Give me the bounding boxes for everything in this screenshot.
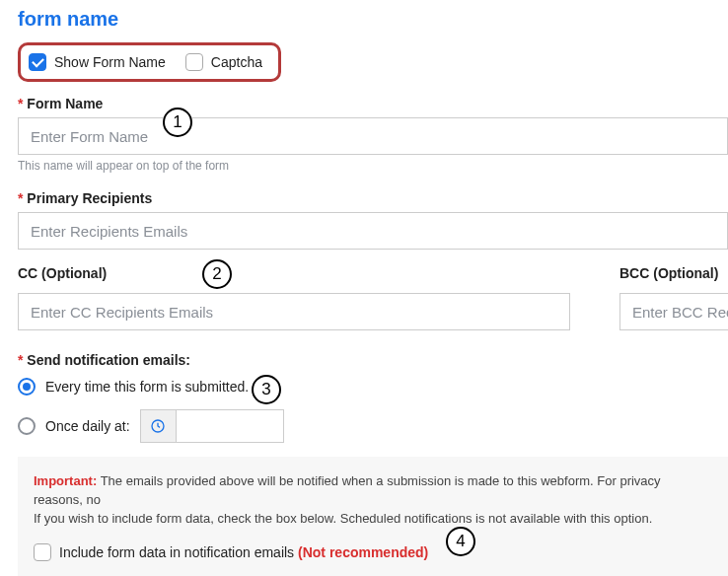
time-input[interactable]	[177, 410, 283, 442]
form-name-label: Form Name	[18, 96, 728, 111]
primary-recipients-input[interactable]	[18, 212, 728, 250]
radio-every-submission[interactable]	[18, 378, 36, 396]
checkbox-icon	[185, 53, 203, 71]
send-notification-label: Send notification emails:	[18, 352, 728, 368]
bcc-input[interactable]	[619, 293, 728, 330]
cc-input[interactable]	[18, 293, 570, 330]
info-important-label: Important:	[34, 473, 97, 488]
info-line2: If you wish to include form data, check …	[34, 511, 652, 526]
radio-every-label: Every time this form is submitted.	[45, 379, 249, 395]
form-name-input[interactable]	[18, 117, 728, 155]
radio-once-daily[interactable]	[18, 417, 36, 435]
callout-marker-3: 3	[252, 375, 281, 404]
checkbox-label: Show Form Name	[54, 54, 166, 70]
primary-recipients-label: Primary Recipients	[18, 190, 728, 206]
checkbox-captcha[interactable]: Captcha	[185, 53, 262, 71]
checkbox-label: Captcha	[211, 54, 262, 70]
form-options-highlight: Show Form Name Captcha	[18, 42, 281, 82]
info-text: Important: The emails provided above wil…	[34, 472, 712, 529]
checkbox-icon	[29, 53, 46, 71]
info-box: Important: The emails provided above wil…	[18, 457, 728, 576]
form-name-help: This name will appear on top of the form	[18, 159, 728, 173]
info-line1: The emails provided above will be notifi…	[34, 473, 661, 507]
checkbox-show-form-name[interactable]: Show Form Name	[29, 53, 166, 71]
callout-marker-4: 4	[446, 527, 475, 556]
callout-marker-1: 1	[163, 108, 192, 137]
bcc-label: BCC (Optional)	[619, 265, 728, 281]
cc-label: CC (Optional)	[18, 265, 570, 281]
checkbox-icon	[34, 543, 51, 561]
callout-marker-2: 2	[202, 259, 232, 289]
page-title: form name	[18, 8, 728, 31]
include-warning: (Not recommended)	[298, 544, 428, 560]
radio-daily-label: Once daily at:	[45, 418, 130, 434]
time-picker	[140, 409, 284, 443]
include-label: Include form data in notification emails	[59, 544, 298, 560]
clock-icon[interactable]	[141, 410, 177, 442]
checkbox-include-form-data[interactable]: Include form data in notification emails…	[34, 542, 428, 562]
